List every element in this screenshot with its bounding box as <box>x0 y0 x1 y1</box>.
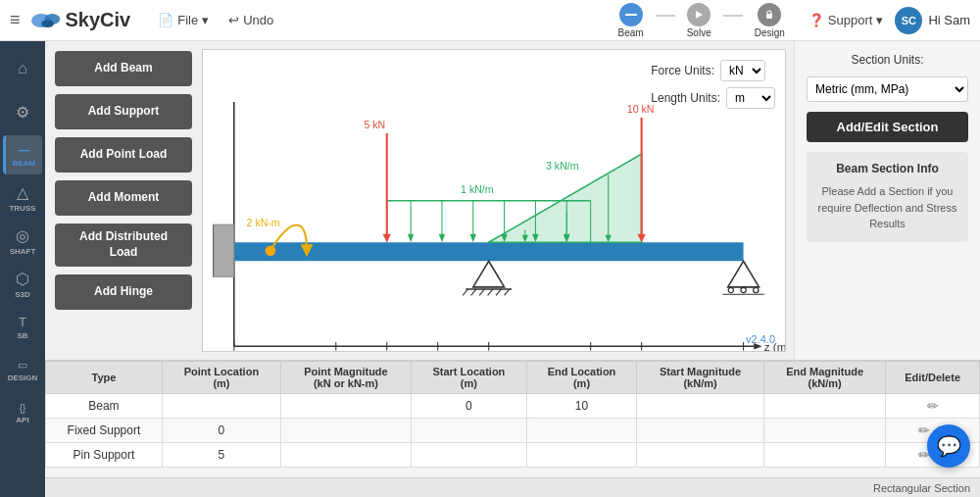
workflow-connector-1 <box>656 15 675 17</box>
table-cell <box>763 419 885 443</box>
force-unit-select[interactable]: kN N kip <box>720 60 765 81</box>
section-info-box: Beam Section Info Please Add a Section i… <box>807 152 968 242</box>
sidebar-item-api[interactable]: {} API <box>3 394 42 433</box>
col-point-mag: Point Magnitude(kN or kN-m) <box>280 362 411 394</box>
right-panel: Section Units: Metric (mm, MPa) Imperial… <box>794 41 980 360</box>
solve-label: Solve <box>687 27 711 38</box>
canvas-version: v2.4.0 <box>746 333 775 345</box>
gear-icon: ⚙ <box>16 103 29 122</box>
svg-line-33 <box>479 289 484 295</box>
edit-icon[interactable]: ✏ <box>918 422 930 438</box>
upper-section: Add Beam Add Support Add Point Load Add … <box>45 41 980 360</box>
col-edit-delete: Edit/Delete <box>886 362 980 394</box>
shaft-icon: ◎ <box>16 226 29 245</box>
svg-text:1 kN/m: 1 kN/m <box>461 183 494 195</box>
table-cell <box>280 394 411 419</box>
support-chevron-icon: ▾ <box>876 13 883 27</box>
section-info-text: Please Add a Section if you require Defl… <box>816 183 958 232</box>
table-cell <box>763 394 885 419</box>
table-cell: Pin Support <box>46 443 163 468</box>
file-menu[interactable]: 📄 File ▾ <box>150 9 217 31</box>
add-support-button[interactable]: Add Support <box>55 94 192 129</box>
api-icon: {} <box>20 403 26 414</box>
add-moment-button[interactable]: Add Moment <box>55 180 192 216</box>
section-units-select[interactable]: Metric (mm, MPa) Imperial (in, ksi) <box>807 76 968 102</box>
undo-label: Undo <box>243 13 273 27</box>
col-point-loc: Point Location(m) <box>162 362 280 394</box>
action-buttons-panel: Add Beam Add Support Add Point Load Add … <box>45 41 202 360</box>
workflow-solve[interactable]: Solve <box>675 3 723 38</box>
add-beam-button[interactable]: Add Beam <box>55 51 192 86</box>
table-cell: Fixed Support <box>46 419 163 443</box>
design-icon: ▭ <box>18 359 27 372</box>
logo-text: SkyCiv <box>66 9 131 31</box>
sidebar-s3d-label: S3D <box>15 290 30 299</box>
hamburger-icon[interactable]: ≡ <box>10 10 21 30</box>
table-cell: 5 <box>162 443 280 468</box>
support-menu[interactable]: ❓ Support ▾ <box>808 13 884 27</box>
sidebar-item-home[interactable]: ⌂ <box>3 49 42 88</box>
solve-circle <box>687 3 710 26</box>
svg-text:5 kN: 5 kN <box>364 119 385 130</box>
svg-line-31 <box>463 289 467 295</box>
sidebar-truss-label: TRUSS <box>9 204 35 213</box>
svg-marker-37 <box>728 261 760 287</box>
svg-point-2 <box>41 20 54 27</box>
add-distributed-load-button[interactable]: Add DistributedLoad <box>55 224 192 267</box>
user-menu[interactable]: SC Hi Sam <box>895 7 970 34</box>
force-unit-label: Force Units: <box>651 64 714 77</box>
sidebar-sb-label: SB <box>17 331 27 340</box>
svg-marker-52 <box>470 234 476 242</box>
undo-icon: ↩ <box>228 13 239 27</box>
file-label: File <box>177 13 198 27</box>
add-edit-section-button[interactable]: Add/Edit Section <box>807 112 968 142</box>
add-point-load-button[interactable]: Add Point Load <box>55 137 192 173</box>
sidebar-shaft-label: SHAFT <box>10 247 36 256</box>
workflow-steps: Beam Solve Design <box>607 3 797 38</box>
edit-icon[interactable]: ✏ <box>927 398 939 414</box>
sidebar-item-beam[interactable]: — BEAM <box>3 135 42 174</box>
table-cell <box>280 443 411 468</box>
table-cell: 10 <box>526 394 636 419</box>
sidebar-item-sb[interactable]: T SB <box>3 308 42 347</box>
avatar: SC <box>895 7 922 34</box>
length-unit-row: Length Units: m mm ft <box>651 87 775 109</box>
table-cell <box>526 419 636 443</box>
user-name: Hi Sam <box>928 13 970 27</box>
table-cell: Beam <box>46 394 163 419</box>
svg-point-38 <box>728 287 733 292</box>
top-nav: ≡ SkyCiv 📄 File ▾ ↩ Undo Beam <box>0 0 980 41</box>
data-table: Type Point Location(m) Point Magnitude(k… <box>45 361 980 468</box>
section-units-label: Section Units: <box>807 53 968 67</box>
table-cell <box>637 419 764 443</box>
sidebar-beam-label: BEAM <box>13 159 36 168</box>
svg-point-42 <box>266 245 276 256</box>
sidebar-item-s3d[interactable]: ⬡ S3D <box>3 265 42 304</box>
sidebar-item-truss[interactable]: △ TRUSS <box>3 178 42 218</box>
section-info-title: Beam Section Info <box>816 162 958 175</box>
svg-line-35 <box>496 289 501 295</box>
sidebar-item-shaft[interactable]: ◎ SHAFT <box>3 222 42 261</box>
col-start-mag: Start Magnitude(kN/m) <box>637 362 764 394</box>
table-row: Beam010✏ <box>46 394 980 419</box>
undo-menu[interactable]: ↩ Undo <box>220 9 281 31</box>
add-hinge-button[interactable]: Add Hinge <box>55 274 192 310</box>
table-cell <box>763 443 885 468</box>
workflow-beam[interactable]: Beam <box>607 3 656 38</box>
workflow-design[interactable]: Design <box>743 3 797 38</box>
status-bar: Rectangular Section <box>45 477 980 497</box>
logo-icon <box>30 10 62 31</box>
col-start-loc: Start Location(m) <box>411 362 526 394</box>
svg-point-40 <box>754 287 759 292</box>
table-row: Pin Support5✏✕ <box>46 443 980 468</box>
sidebar-item-settings[interactable]: ⚙ <box>3 92 42 131</box>
chat-button[interactable]: 💬 <box>927 424 970 468</box>
col-type: Type <box>46 362 163 394</box>
svg-text:3 kN/m: 3 kN/m <box>546 160 579 172</box>
length-unit-select[interactable]: m mm ft <box>726 87 775 109</box>
svg-marker-69 <box>383 234 391 242</box>
sidebar-item-design[interactable]: ▭ DESIGN <box>3 351 42 390</box>
home-icon: ⌂ <box>18 60 27 77</box>
svg-rect-26 <box>234 242 744 261</box>
table-cell <box>637 394 764 419</box>
